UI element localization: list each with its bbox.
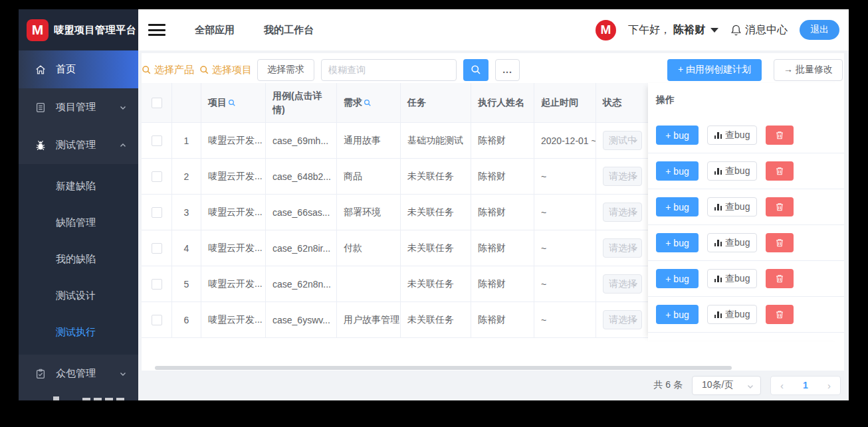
create-plan-from-case-button[interactable]: + 由用例创建计划 (667, 59, 762, 81)
status-select[interactable]: 请选择 (603, 310, 642, 329)
sidebar-item-project-mgmt[interactable]: 项目管理 (19, 88, 138, 126)
delete-button[interactable] (766, 269, 794, 288)
add-bug-button[interactable]: + bug (656, 233, 699, 252)
add-bug-button[interactable]: + bug (656, 305, 699, 324)
select-product-label: 选择产品 (154, 64, 194, 76)
delete-button[interactable] (766, 197, 794, 216)
user-menu[interactable]: 下午好， 陈裕财 (628, 23, 718, 37)
ops-row: + bug 查bug (648, 153, 844, 189)
subitem-label: 我的缺陷 (56, 253, 96, 266)
page-size-select[interactable]: 10条/页 (692, 376, 761, 395)
hamburger-menu-icon[interactable] (148, 24, 165, 36)
bug-icon (35, 139, 47, 151)
batch-edit-button[interactable]: → 批量修改 (774, 59, 843, 81)
task-cell: 基础功能测试 (401, 123, 471, 159)
current-page[interactable]: 1 (803, 380, 808, 390)
next-page-button[interactable]: › (827, 381, 831, 390)
table-row: 2 唛盟云开发... case_648b2... 商品 未关联任务 陈裕财 ~ … (142, 159, 649, 195)
case-cell[interactable]: case_6yswv... (266, 302, 337, 338)
row-checkbox[interactable] (152, 171, 162, 182)
select-product-link[interactable]: 选择产品 (142, 64, 194, 76)
view-bug-button[interactable]: 查bug (707, 161, 757, 181)
select-project-link[interactable]: 选择项目 (199, 64, 252, 76)
delete-button[interactable] (766, 126, 794, 145)
select-requirement-button[interactable]: 选择需求 (257, 59, 314, 81)
sidebar-subitem-test-design[interactable]: 测试设计 (19, 278, 138, 314)
top-header: 全部应用 我的工作台 M 下午好， 陈裕财 消息中心 退出 (138, 9, 849, 50)
case-cell[interactable]: case_69mh... (266, 123, 337, 159)
row-index: 6 (172, 302, 201, 338)
logout-button[interactable]: 退出 (800, 20, 839, 40)
nav-my-workbench[interactable]: 我的工作台 (264, 24, 314, 37)
status-select[interactable]: 请选择 (603, 274, 642, 294)
case-cell[interactable]: case_62n8ir... (266, 230, 337, 266)
caret-down-icon (710, 28, 718, 33)
status-select[interactable]: 请选择 (603, 203, 642, 222)
case-cell[interactable]: case_648b2... (266, 159, 337, 195)
req-cell: 部署环境 (337, 195, 401, 230)
sidebar-item-crowdsourcing[interactable]: 众包管理 (19, 355, 138, 392)
prev-page-button[interactable]: ‹ (780, 381, 784, 390)
subitem-label: 新建缺陷 (56, 180, 96, 193)
view-bug-button[interactable]: 查bug (707, 233, 757, 252)
add-bug-button[interactable]: + bug (656, 126, 699, 145)
select-all-checkbox[interactable] (152, 98, 162, 108)
search-icon[interactable] (228, 99, 236, 107)
ops-row: + bug 查bug (648, 189, 844, 225)
sidebar-subitem-my-defects[interactable]: 我的缺陷 (19, 241, 138, 278)
executor-cell: 陈裕财 (471, 266, 534, 302)
search-input[interactable] (321, 59, 457, 81)
status-select[interactable]: 请选择 (603, 167, 642, 186)
delete-button[interactable] (766, 233, 794, 252)
brand-logo-icon: M (27, 19, 49, 41)
nav-all-apps[interactable]: 全部应用 (195, 24, 235, 37)
view-bug-label: 查bug (725, 201, 750, 213)
operations-column: 操作 + bug 查bug + bug 查bug + bug 查bug + bu… (648, 83, 844, 341)
chevron-down-icon (631, 281, 638, 288)
row-index: 1 (172, 123, 201, 159)
status-select[interactable]: 请选择 (603, 238, 642, 258)
search-icon[interactable] (364, 99, 372, 107)
more-actions-button[interactable]: ... (495, 59, 520, 81)
table-row: 4 唛盟云开发... case_62n8ir... 付款 未关联任务 陈裕财 ~… (142, 230, 649, 266)
trash-icon (775, 166, 784, 176)
user-avatar[interactable]: M (596, 20, 616, 41)
case-cell[interactable]: case_66sas... (266, 195, 337, 230)
row-checkbox[interactable] (152, 207, 162, 218)
horizontal-scrollbar[interactable] (155, 366, 732, 370)
sidebar-item-home[interactable]: 首页 (19, 50, 138, 88)
add-bug-button[interactable]: + bug (656, 269, 699, 288)
bar-chart-icon (714, 203, 722, 211)
dates-cell: ~ (534, 266, 596, 302)
case-cell[interactable]: case_62n8n... (266, 266, 337, 302)
delete-button[interactable] (766, 305, 794, 324)
username: 陈裕财 (673, 23, 705, 37)
message-center[interactable]: 消息中心 (730, 23, 788, 37)
pager: ‹ 1 › (770, 376, 841, 395)
add-bug-button[interactable]: + bug (656, 197, 699, 216)
sidebar-subitem-test-execution[interactable]: 测试执行 (19, 314, 138, 351)
row-checkbox[interactable] (152, 135, 162, 146)
chevron-down-icon (747, 383, 754, 390)
add-bug-button[interactable]: + bug (656, 161, 699, 181)
delete-button[interactable] (766, 161, 794, 181)
sidebar-item-test-mgmt[interactable]: 测试管理 (19, 126, 138, 164)
view-bug-button[interactable]: 查bug (707, 305, 757, 324)
bar-chart-icon (714, 311, 722, 318)
sidebar-subitem-defect-mgmt[interactable]: 缺陷管理 (19, 205, 138, 241)
row-checkbox[interactable] (152, 243, 162, 254)
subitem-label: 测试执行 (56, 326, 96, 339)
view-bug-button[interactable]: 查bug (707, 269, 757, 288)
bar-chart-icon (714, 167, 722, 175)
table-row: 6 唛盟云开发... case_6yswv... 用户故事管理 未关联任务 陈裕… (142, 302, 649, 338)
sidebar-item-partial (19, 392, 138, 400)
header-label: 状态 (603, 97, 621, 109)
row-checkbox[interactable] (152, 315, 162, 325)
status-select[interactable]: 测试中 (603, 131, 642, 150)
view-bug-button[interactable]: 查bug (707, 126, 757, 145)
search-button[interactable] (463, 59, 488, 81)
view-bug-button[interactable]: 查bug (707, 197, 757, 216)
test-mgmt-submenu: 新建缺陷 缺陷管理 我的缺陷 测试设计 测试执行 (19, 164, 138, 355)
row-checkbox[interactable] (152, 279, 162, 290)
sidebar-subitem-new-defect[interactable]: 新建缺陷 (19, 168, 138, 205)
